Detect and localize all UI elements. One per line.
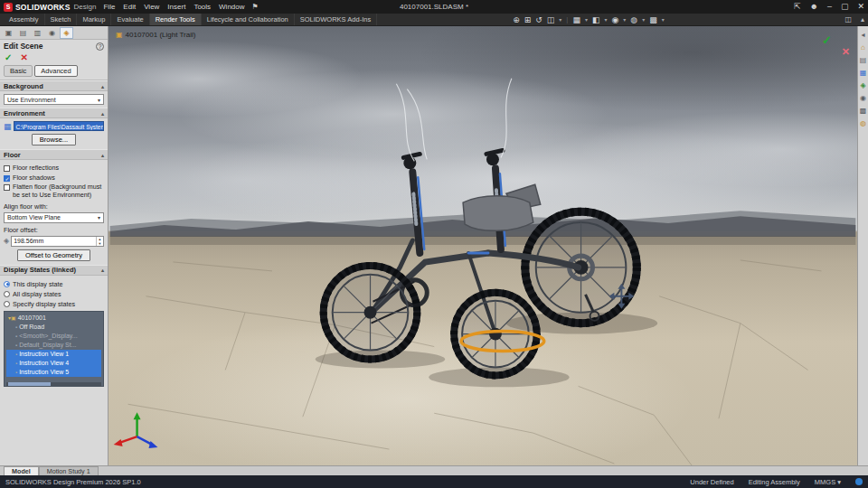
section-display-states-header[interactable]: Display States (linked) ▴ — [0, 265, 108, 276]
tree-item[interactable]: ▪Instruction View 4 — [6, 359, 101, 368]
environment-path-row: ▦ C:\Program Files\Dassault Systeme — [4, 121, 104, 131]
view-orientation-icon[interactable]: ▦ — [572, 15, 580, 24]
all-display-states-radio[interactable] — [4, 291, 10, 297]
tree-item-assembly[interactable]: ▾▣40107001 — [6, 314, 101, 323]
tree-item[interactable]: ▪Instruction View 5 — [6, 368, 101, 377]
appearances-icon[interactable]: ◉ — [860, 94, 866, 102]
ok-button[interactable]: ✓ — [5, 52, 12, 62]
menu-tools[interactable]: Tools — [193, 3, 211, 11]
section-floor-header[interactable]: Floor ▴ — [0, 149, 108, 160]
confirmation-corner-cancel[interactable]: ✕ — [842, 46, 850, 58]
collapse-ribbon-icon[interactable]: ▴ — [861, 15, 864, 23]
tab-assembly[interactable]: Assembly — [4, 14, 45, 25]
help-icon[interactable]: ? — [96, 42, 104, 51]
floor-shadows-checkbox[interactable] — [4, 175, 10, 182]
align-floor-dropdown[interactable]: Bottom View Plane ▾ — [4, 212, 104, 223]
sign-in-icon[interactable]: ⇱ — [794, 0, 801, 14]
pin-menu-icon[interactable]: ⚑ — [252, 3, 259, 11]
this-display-state-radio[interactable] — [4, 281, 10, 287]
file-explorer-icon[interactable]: ▦ — [860, 69, 867, 77]
floor-offset-input[interactable]: 198.56mm ▴▾ — [11, 236, 104, 247]
close-button[interactable]: ✕ — [857, 0, 864, 14]
floor-reflections-checkbox[interactable] — [4, 165, 10, 172]
breadcrumb[interactable]: ▣ 40107001 (Light Trail) — [116, 31, 195, 39]
section-background-header[interactable]: Background ▴ — [0, 80, 108, 91]
hide-show-items-icon[interactable]: ◉ — [611, 15, 618, 24]
environment-path-field[interactable]: C:\Program Files\Dassault Systeme — [14, 121, 104, 131]
specify-display-states-radio[interactable] — [4, 301, 10, 307]
menu-file[interactable]: File — [103, 3, 115, 11]
tab-evaluate[interactable]: Evaluate — [111, 14, 149, 25]
minimize-button[interactable]: – — [827, 0, 832, 14]
pm-action-row: ✓ ✕ — [0, 51, 108, 64]
background-dropdown[interactable]: Use Environment ▾ — [4, 94, 104, 105]
offset-to-geometry-button[interactable]: Offset to Geometry — [17, 249, 90, 261]
chevron-down-icon[interactable]: ▾ — [559, 16, 561, 23]
horizon-band — [110, 236, 856, 245]
tab-solidworks-add-ins[interactable]: SOLIDWORKS Add-Ins — [295, 14, 377, 25]
spin-down-icon[interactable]: ▾ — [99, 241, 100, 246]
edit-appearance-icon[interactable]: ◍ — [630, 15, 637, 24]
tab-lifecycle-collaboration[interactable]: Lifecycle and Collaboration — [202, 14, 295, 25]
graphics-viewport[interactable]: ▣ 40107001 (Light Trail) ✓ ✕ — [108, 26, 857, 465]
chevron-down-icon[interactable]: ▾ — [623, 16, 626, 23]
floor-offset-stepper[interactable]: ▴▾ — [96, 237, 103, 246]
tree-item[interactable]: ▪Off Road — [6, 323, 101, 332]
home-icon[interactable]: ⌂ — [861, 43, 865, 52]
ribbon-tabs: Assembly Sketch Markup Evaluate Render T… — [4, 14, 377, 25]
chevron-down-icon[interactable]: ▾ — [642, 16, 645, 23]
tab-motion-study-1[interactable]: Motion Study 1 — [39, 466, 99, 475]
menu-window[interactable]: Window — [219, 3, 244, 11]
chevron-down-icon[interactable]: ▾ — [585, 16, 588, 23]
custom-properties-icon[interactable]: ▩ — [860, 107, 867, 115]
maximize-button[interactable]: ▢ — [841, 0, 849, 14]
assembly-icon: ▾▣ — [8, 314, 16, 321]
zoom-area-icon[interactable]: ⊞ — [524, 15, 532, 24]
tree-horizontal-scrollbar[interactable] — [6, 382, 101, 386]
scrollbar-thumb[interactable] — [8, 382, 51, 386]
units-dropdown[interactable]: MMGS ▾ — [815, 478, 841, 486]
section-environment-header[interactable]: Environment ▴ — [0, 108, 108, 118]
menu-view[interactable]: View — [144, 3, 159, 11]
configuration-manager-tab[interactable]: ▥ — [31, 27, 44, 39]
display-style-icon[interactable]: ◧ — [592, 15, 600, 24]
menu-insert[interactable]: Insert — [167, 3, 185, 11]
tree-item-label: 40107001 — [18, 314, 46, 321]
tab-sketch[interactable]: Sketch — [45, 14, 78, 25]
confirmation-corner-ok[interactable]: ✓ — [822, 33, 832, 47]
options-icon[interactable]: ◫ — [844, 15, 852, 23]
tab-render-tools[interactable]: Render Tools — [150, 14, 202, 25]
zoom-fit-icon[interactable]: ⊕ — [513, 15, 520, 24]
tab-markup[interactable]: Markup — [77, 14, 111, 25]
tree-item[interactable]: ▪Default_Display St... — [6, 341, 101, 350]
section-background-body: Use Environment ▾ — [0, 91, 108, 108]
design-library-icon[interactable]: ▤ — [860, 56, 867, 64]
view-palette-icon[interactable]: ◈ — [860, 81, 865, 89]
chevron-down-icon[interactable]: ▾ — [604, 16, 607, 23]
window-controls: ⇱ ☻ – ▢ ✕ — [794, 0, 864, 14]
web-help-icon[interactable] — [855, 478, 863, 485]
section-view-icon[interactable]: ◫ — [547, 15, 555, 24]
forum-icon[interactable]: ◍ — [860, 119, 866, 127]
view-settings-icon[interactable]: ▩ — [649, 15, 657, 24]
dimxpert-manager-tab[interactable]: ◉ — [45, 27, 59, 39]
display-manager-tab[interactable]: ◈ — [60, 27, 73, 39]
main-area: ▣ ▤ ▥ ◉ ◈ Edit Scene ? ✓ ✕ Basic Advance… — [0, 26, 868, 465]
tab-model[interactable]: Model — [4, 466, 39, 475]
user-account-icon[interactable]: ☻ — [809, 0, 817, 14]
tab-advanced[interactable]: Advanced — [34, 65, 77, 77]
flatten-floor-checkbox[interactable] — [4, 184, 10, 191]
tab-basic[interactable]: Basic — [4, 65, 33, 77]
property-manager-tab[interactable]: ▤ — [16, 27, 30, 39]
previous-view-icon[interactable]: ↺ — [535, 15, 542, 24]
chevron-down-icon[interactable]: ▾ — [662, 16, 665, 23]
pm-mode-tabs: Basic Advanced — [0, 64, 108, 80]
front-left-wheel[interactable] — [324, 266, 418, 360]
feature-manager-tab[interactable]: ▣ — [2, 27, 15, 39]
tree-item[interactable]: ▪<Smooth>_Display... — [6, 332, 101, 341]
browse-button[interactable]: Browse... — [32, 134, 76, 145]
tree-item[interactable]: ▪Instruction View 1 — [6, 350, 101, 359]
cancel-button[interactable]: ✕ — [20, 52, 27, 62]
collapse-arrow-icon[interactable]: ◂ — [861, 31, 864, 39]
menu-edit[interactable]: Edit — [123, 3, 136, 11]
